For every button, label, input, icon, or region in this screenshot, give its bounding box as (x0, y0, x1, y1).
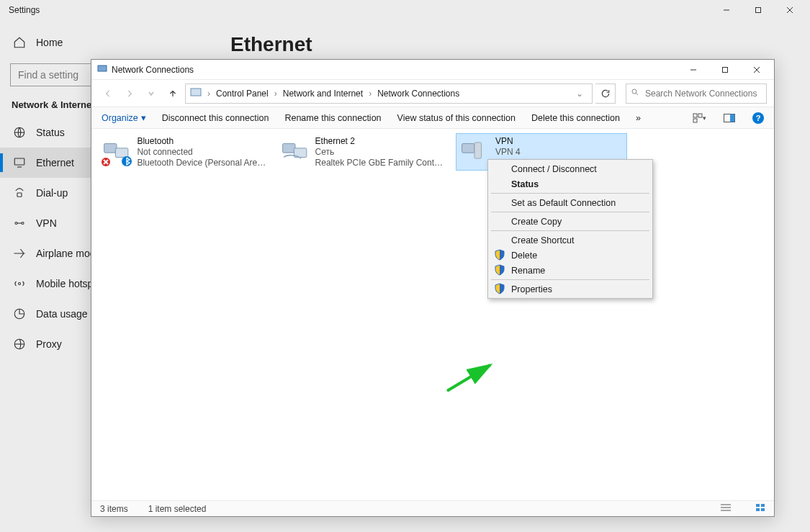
view-large-icons-button[interactable] (755, 503, 765, 514)
chevron-right-icon[interactable]: › (204, 89, 213, 99)
proxy-icon (13, 338, 26, 351)
connection-device: Bluetooth Device (Personal Area ... (137, 158, 266, 168)
connection-name: VPN (495, 136, 580, 147)
menu-separator (491, 230, 649, 231)
svg-rect-45 (756, 504, 760, 507)
svg-rect-10 (17, 193, 22, 197)
hotspot-icon (13, 277, 26, 290)
ctx-rename[interactable]: Rename (490, 263, 651, 278)
refresh-button[interactable] (595, 84, 616, 104)
connection-status: VPN 4 (495, 147, 580, 158)
connection-name: Ethernet 2 (315, 136, 445, 147)
svg-rect-30 (730, 114, 735, 122)
svg-rect-26 (693, 114, 697, 117)
chevron-right-icon[interactable]: › (366, 89, 374, 99)
connection-status: Сеть (315, 147, 445, 158)
maximize-button[interactable] (709, 60, 741, 79)
svg-rect-23 (191, 89, 201, 96)
view-details-button[interactable] (721, 503, 731, 514)
svg-rect-20 (723, 67, 728, 72)
ethernet-icon (13, 156, 26, 169)
settings-app-title: Settings (9, 5, 40, 15)
nc-titlebar: Network Connections (91, 60, 774, 80)
breadcrumb-dropdown[interactable]: ⌄ (572, 89, 588, 99)
toolbar-viewstatus[interactable]: View status of this connection (397, 113, 516, 123)
svg-point-11 (15, 222, 17, 225)
organize-menu[interactable]: Organize ▾ (102, 112, 146, 123)
svg-line-25 (636, 93, 638, 95)
ctx-create-shortcut[interactable]: Create Shortcut (490, 233, 651, 248)
airplane-icon (13, 247, 26, 260)
nav-label: Proxy (36, 338, 62, 350)
sidebar-item-home[interactable]: Home (13, 36, 216, 49)
uac-shield-icon (494, 283, 505, 294)
network-connections-window: Network Connections › Control Panel › Ne… (91, 59, 775, 517)
svg-rect-37 (282, 144, 294, 153)
nc-search-input[interactable] (644, 88, 759, 99)
toolbar-more[interactable]: » (636, 113, 641, 123)
nav-label: Dial-up (36, 187, 68, 199)
data-usage-icon (13, 307, 26, 320)
ctx-properties[interactable]: Properties (490, 281, 651, 297)
close-button[interactable] (774, 0, 806, 20)
svg-rect-40 (474, 143, 482, 158)
minimize-button[interactable] (678, 60, 709, 79)
ethernet-adapter-icon (281, 135, 310, 166)
toolbar-disconnect[interactable]: Disconnect this connection (162, 113, 269, 123)
nav-label: VPN (36, 217, 57, 229)
ctx-status[interactable]: Status (490, 176, 651, 191)
chevron-right-icon[interactable]: › (271, 89, 280, 99)
svg-point-14 (19, 283, 21, 285)
vpn-adapter-icon (459, 135, 490, 166)
nc-items-area[interactable]: Bluetooth Not connected Bluetooth Device… (91, 129, 774, 500)
uac-shield-icon (494, 249, 505, 261)
up-button[interactable] (163, 84, 182, 103)
nav-label: Status (36, 127, 65, 138)
annotation-arrow (443, 359, 500, 395)
chevron-down-icon: ▾ (141, 112, 146, 123)
svg-rect-1 (756, 8, 761, 13)
control-panel-icon (190, 86, 202, 100)
svg-point-24 (632, 89, 636, 94)
svg-rect-39 (462, 144, 474, 153)
breadcrumb[interactable]: › Control Panel › Network and Internet ›… (185, 84, 593, 104)
svg-rect-48 (761, 508, 765, 511)
connection-context-menu: Connect / Disconnect Status Set as Defau… (487, 159, 653, 299)
forward-button[interactable] (120, 84, 139, 103)
breadcrumb-item[interactable]: Control Panel (216, 89, 269, 99)
nc-search-box[interactable] (626, 84, 767, 104)
connection-item-ethernet2[interactable]: Ethernet 2 Сеть Realtek PCIe GbE Family … (277, 133, 449, 171)
svg-rect-46 (761, 504, 765, 507)
preview-pane-button[interactable] (722, 114, 737, 122)
home-label: Home (36, 37, 63, 48)
recent-dropdown[interactable] (142, 84, 161, 103)
connection-name: Bluetooth (137, 136, 266, 147)
connection-item-bluetooth[interactable]: Bluetooth Not connected Bluetooth Device… (99, 133, 270, 171)
toolbar-delete[interactable]: Delete this connection (531, 113, 620, 123)
breadcrumb-item[interactable]: Network Connections (377, 89, 459, 99)
ctx-set-default[interactable]: Set as Default Connection (490, 195, 651, 210)
help-icon[interactable]: ? (752, 112, 764, 124)
svg-rect-47 (756, 508, 760, 511)
back-button[interactable] (99, 84, 117, 103)
menu-separator (491, 212, 649, 212)
uac-shield-icon (494, 264, 505, 276)
bluetooth-adapter-icon (102, 135, 131, 166)
nc-toolbar: Organize ▾ Disconnect this connection Re… (91, 107, 774, 129)
ctx-create-copy[interactable]: Create Copy (490, 214, 651, 229)
ctx-connect-disconnect[interactable]: Connect / Disconnect (490, 161, 651, 176)
svg-rect-8 (14, 158, 24, 165)
minimize-button[interactable] (711, 0, 742, 20)
nc-window-title: Network Connections (112, 65, 194, 75)
svg-point-12 (22, 222, 24, 225)
status-selected-count: 1 item selected (148, 504, 207, 514)
nav-label: Data usage (36, 308, 88, 320)
settings-window-controls (711, 0, 806, 20)
breadcrumb-item[interactable]: Network and Internet (283, 89, 363, 99)
maximize-button[interactable] (742, 0, 774, 20)
close-button[interactable] (741, 60, 773, 79)
nc-status-bar: 3 items 1 item selected (91, 500, 774, 516)
toolbar-rename[interactable]: Rename this connection (284, 113, 381, 123)
view-options-button[interactable]: ▾ (692, 113, 706, 123)
ctx-delete[interactable]: Delete (490, 248, 651, 263)
